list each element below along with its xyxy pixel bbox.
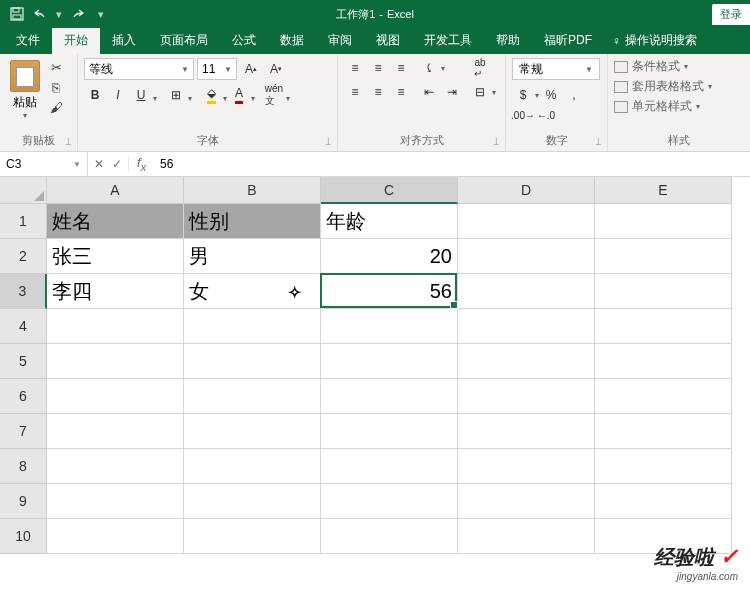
- italic-button[interactable]: I: [107, 85, 129, 105]
- cell[interactable]: [47, 484, 184, 519]
- column-header[interactable]: B: [184, 177, 321, 204]
- cell[interactable]: 性别: [184, 204, 321, 239]
- row-header[interactable]: 3: [0, 274, 47, 309]
- cell[interactable]: 女: [184, 274, 321, 309]
- cell[interactable]: 年龄: [321, 204, 458, 239]
- row-header[interactable]: 6: [0, 379, 47, 414]
- alignment-launcher-icon[interactable]: ⟘: [493, 137, 499, 148]
- cell[interactable]: [595, 344, 732, 379]
- tab-help[interactable]: 帮助: [484, 27, 532, 54]
- redo-icon[interactable]: [66, 3, 88, 25]
- cell-styles-button[interactable]: 单元格样式▾: [614, 98, 712, 115]
- tab-developer[interactable]: 开发工具: [412, 27, 484, 54]
- cell[interactable]: 56: [321, 274, 458, 309]
- row-header[interactable]: 7: [0, 414, 47, 449]
- cell[interactable]: [184, 344, 321, 379]
- format-as-table-button[interactable]: 套用表格格式▾: [614, 78, 712, 95]
- cell[interactable]: [595, 414, 732, 449]
- cell[interactable]: [47, 379, 184, 414]
- align-top-icon[interactable]: ≡: [344, 58, 366, 78]
- percent-format-icon[interactable]: %: [540, 85, 562, 105]
- cell[interactable]: [595, 379, 732, 414]
- tab-review[interactable]: 审阅: [316, 27, 364, 54]
- cancel-icon[interactable]: ✕: [94, 157, 104, 171]
- cell[interactable]: 张三: [47, 239, 184, 274]
- cell[interactable]: [458, 204, 595, 239]
- fx-icon[interactable]: fx: [129, 155, 154, 173]
- tab-foxit-pdf[interactable]: 福昕PDF: [532, 27, 604, 54]
- cell[interactable]: [458, 344, 595, 379]
- decrease-indent-icon[interactable]: ⇤: [418, 82, 440, 102]
- row-header[interactable]: 5: [0, 344, 47, 379]
- cell[interactable]: [321, 449, 458, 484]
- tab-view[interactable]: 视图: [364, 27, 412, 54]
- decrease-decimal-icon[interactable]: ←.0: [535, 105, 557, 125]
- font-color-button[interactable]: A: [228, 85, 250, 105]
- tab-insert[interactable]: 插入: [100, 27, 148, 54]
- save-icon[interactable]: [6, 3, 28, 25]
- increase-indent-icon[interactable]: ⇥: [441, 82, 463, 102]
- tab-formulas[interactable]: 公式: [220, 27, 268, 54]
- number-format-combo[interactable]: 常规 ▼: [512, 58, 600, 80]
- cell[interactable]: 李四: [47, 274, 184, 309]
- cell[interactable]: [458, 519, 595, 554]
- cell[interactable]: [321, 414, 458, 449]
- font-launcher-icon[interactable]: ⟘: [325, 137, 331, 148]
- cell[interactable]: [595, 274, 732, 309]
- fill-color-button[interactable]: ⬙: [200, 85, 222, 105]
- row-header[interactable]: 8: [0, 449, 47, 484]
- column-header[interactable]: E: [595, 177, 732, 204]
- cell[interactable]: [321, 309, 458, 344]
- comma-format-icon[interactable]: ,: [563, 85, 585, 105]
- column-header[interactable]: A: [47, 177, 184, 204]
- undo-icon[interactable]: [30, 3, 52, 25]
- cell[interactable]: [184, 449, 321, 484]
- enter-icon[interactable]: ✓: [112, 157, 122, 171]
- select-all-corner[interactable]: [0, 177, 47, 204]
- cell[interactable]: [458, 379, 595, 414]
- align-left-icon[interactable]: ≡: [344, 82, 366, 102]
- cell[interactable]: [458, 239, 595, 274]
- row-header[interactable]: 10: [0, 519, 47, 554]
- cell[interactable]: [184, 519, 321, 554]
- number-launcher-icon[interactable]: ⟘: [595, 137, 601, 148]
- conditional-formatting-button[interactable]: 条件格式▾: [614, 58, 712, 75]
- cell[interactable]: [321, 519, 458, 554]
- cut-icon[interactable]: ✂: [46, 58, 66, 76]
- cell[interactable]: [458, 449, 595, 484]
- cell[interactable]: [595, 204, 732, 239]
- phonetic-guide-button[interactable]: wén文: [263, 85, 285, 105]
- cell[interactable]: 姓名: [47, 204, 184, 239]
- orientation-icon[interactable]: ⤹: [418, 58, 440, 78]
- underline-button[interactable]: U: [130, 85, 152, 105]
- row-header[interactable]: 2: [0, 239, 47, 274]
- cell[interactable]: [458, 414, 595, 449]
- tell-me-search[interactable]: ♀ 操作说明搜索: [604, 27, 705, 54]
- name-box[interactable]: C3 ▼: [0, 152, 88, 176]
- cell[interactable]: 20: [321, 239, 458, 274]
- font-name-combo[interactable]: 等线 ▼: [84, 58, 194, 80]
- cell[interactable]: [595, 239, 732, 274]
- cell[interactable]: [595, 484, 732, 519]
- cell[interactable]: [458, 274, 595, 309]
- tab-home[interactable]: 开始: [52, 27, 100, 54]
- cell[interactable]: [47, 449, 184, 484]
- cell[interactable]: [458, 309, 595, 344]
- cell[interactable]: [184, 484, 321, 519]
- qat-customize-icon[interactable]: ▾: [90, 3, 112, 25]
- cell[interactable]: [184, 309, 321, 344]
- font-size-combo[interactable]: 11 ▼: [197, 58, 237, 80]
- wrap-text-icon[interactable]: ab↵: [469, 58, 491, 78]
- cell[interactable]: [321, 484, 458, 519]
- merge-center-icon[interactable]: ⊟: [469, 82, 491, 102]
- cell[interactable]: [47, 344, 184, 379]
- paste-button[interactable]: 粘贴 ▾: [6, 58, 44, 122]
- tab-data[interactable]: 数据: [268, 27, 316, 54]
- align-center-icon[interactable]: ≡: [367, 82, 389, 102]
- cell[interactable]: [184, 379, 321, 414]
- cell[interactable]: [595, 309, 732, 344]
- login-button[interactable]: 登录: [712, 4, 750, 25]
- formula-input[interactable]: [154, 157, 750, 171]
- align-middle-icon[interactable]: ≡: [367, 58, 389, 78]
- bold-button[interactable]: B: [84, 85, 106, 105]
